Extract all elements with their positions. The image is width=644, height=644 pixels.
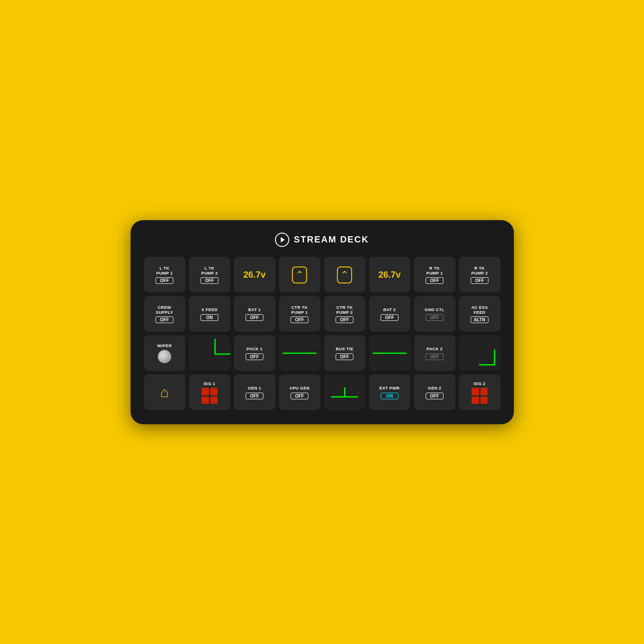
green-t-top — [344, 387, 345, 396]
btn-ac-ess-feed[interactable]: AC ESSFEED ALTN — [459, 296, 500, 332]
status-badge: OFF — [336, 316, 353, 323]
idg-pane — [201, 397, 209, 404]
btn-ctr-tk-pump-1[interactable]: CTR TKPUMP 1 OFF — [279, 296, 320, 332]
btn-voltage-left[interactable]: 26.7v — [234, 257, 275, 292]
btn-bat-2[interactable]: BAT 2 OFF — [369, 296, 410, 332]
btn-voltage-right[interactable]: 26.7v — [369, 257, 410, 292]
btn-circuit-h-left — [279, 335, 320, 371]
btn-gen-2[interactable]: GEN 2 OFF — [414, 374, 455, 410]
btn-circuit-corner-left — [189, 335, 230, 371]
btn-label: IDG 1 — [204, 381, 215, 386]
btn-label: BAT 1 — [248, 307, 261, 312]
header: STREAM DECK — [144, 233, 500, 247]
btn-label: L TKPUMP 2 — [201, 266, 218, 276]
idg-pane — [480, 388, 488, 395]
btn-label: PACK 2 — [427, 346, 443, 351]
idg-pane — [480, 397, 488, 404]
btn-label: PACK 1 — [246, 346, 263, 351]
green-corner-right-icon — [479, 349, 495, 365]
status-badge: OFF — [426, 314, 443, 321]
chevron-box-2: ⌃ — [337, 267, 352, 283]
btn-wiper[interactable]: WIPER — [144, 335, 185, 371]
btn-bat-1[interactable]: BAT 1 OFF — [234, 296, 275, 332]
btn-circuit-t — [324, 374, 365, 410]
wiper-knob[interactable] — [158, 350, 171, 363]
btn-l-tk-pump-2[interactable]: L TKPUMP 2 OFF — [189, 257, 230, 292]
chevron-up-icon-2: ⌃ — [340, 270, 349, 280]
btn-ext-pwr[interactable]: EXT PWR ON — [369, 374, 410, 410]
button-grid: L TKPUMP 1 OFF L TKPUMP 2 OFF 26.7v ⌃ ⌃ … — [144, 257, 500, 410]
btn-label: L TKPUMP 1 — [156, 266, 173, 276]
btn-crew-supply[interactable]: CREWSUPPLY OFF — [144, 296, 185, 332]
status-badge: OFF — [156, 277, 173, 284]
btn-home[interactable]: ⌂ — [144, 374, 185, 410]
green-t-cross — [331, 396, 358, 398]
btn-label: GND CTL — [425, 307, 444, 312]
streamdeck-logo — [275, 233, 289, 247]
app-title: STREAM DECK — [294, 234, 369, 245]
idg-pane — [472, 388, 479, 395]
svg-marker-1 — [281, 237, 285, 242]
btn-gen-1[interactable]: GEN 1 OFF — [234, 374, 275, 410]
status-badge: OFF — [426, 393, 443, 399]
idg-pane — [472, 397, 479, 404]
btn-circuit-h-right — [369, 335, 410, 371]
btn-label: IDG 2 — [474, 381, 485, 386]
btn-r-tk-pump-2[interactable]: R TKPUMP 2 OFF — [459, 257, 500, 292]
btn-label: EXT PWR — [379, 386, 399, 390]
status-badge: OFF — [291, 393, 308, 399]
btn-label: BUS TIE — [336, 346, 353, 351]
btn-x-feed[interactable]: X FEED ON — [189, 296, 230, 332]
btn-label: CTR TKPUMP 2 — [336, 305, 353, 315]
status-badge: ON — [201, 314, 218, 321]
home-icon: ⌂ — [160, 384, 168, 401]
btn-label: R TKPUMP 1 — [427, 266, 443, 276]
idg-pane — [210, 388, 218, 395]
chevron-box-1: ⌃ — [292, 267, 307, 283]
status-badge: OFF — [426, 277, 443, 284]
green-line-h-left-icon — [283, 353, 317, 354]
btn-ctr-tk-pump-2[interactable]: CTR TKPUMP 2 OFF — [324, 296, 365, 332]
status-badge: OFF — [381, 314, 398, 321]
btn-label: APU GEN — [289, 386, 309, 390]
btn-label: GEN 2 — [428, 386, 441, 390]
green-line-h-right-icon — [373, 353, 407, 354]
btn-gnd-ctl[interactable]: GND CTL OFF — [414, 296, 455, 332]
btn-circuit-corner-right — [459, 335, 500, 371]
status-badge: OFF — [291, 316, 308, 323]
btn-label: CREWSUPPLY — [156, 305, 173, 315]
btn-pack-1[interactable]: PACK 1 OFF — [234, 335, 275, 371]
status-badge: OFF — [471, 277, 488, 284]
status-badge: ON — [381, 393, 398, 399]
btn-label: X FEED — [201, 307, 217, 312]
idg-pane — [210, 397, 218, 404]
idg-icon-2 — [472, 388, 488, 404]
btn-label: R TKPUMP 2 — [472, 266, 488, 276]
stream-deck-panel: STREAM DECK L TKPUMP 1 OFF L TKPUMP 2 OF… — [131, 220, 514, 424]
btn-idg-2[interactable]: IDG 2 — [459, 374, 500, 410]
btn-l-tk-pump-1[interactable]: L TKPUMP 1 OFF — [144, 257, 185, 292]
idg-pane — [201, 388, 209, 395]
btn-idg-1[interactable]: IDG 1 — [189, 374, 230, 410]
btn-r-tk-pump-1[interactable]: R TKPUMP 1 OFF — [414, 257, 455, 292]
status-badge: OFF — [426, 353, 443, 360]
status-badge: OFF — [246, 393, 263, 399]
btn-chevron-up-2[interactable]: ⌃ — [324, 257, 365, 292]
btn-label: CTR TKPUMP 1 — [291, 305, 308, 315]
status-badge: ALTN — [471, 316, 488, 323]
btn-bus-tie[interactable]: BUS TIE OFF — [324, 335, 365, 371]
btn-pack-2[interactable]: PACK 2 OFF — [414, 335, 455, 371]
btn-label: AC ESSFEED — [471, 305, 488, 315]
btn-label: BAT 2 — [383, 307, 396, 312]
btn-chevron-up-1[interactable]: ⌃ — [279, 257, 320, 292]
btn-label: WIPER — [157, 343, 172, 348]
status-badge: OFF — [246, 353, 263, 360]
green-t-icon — [331, 378, 358, 407]
chevron-up-icon-1: ⌃ — [295, 270, 304, 280]
green-corner-left-icon — [214, 339, 230, 355]
btn-label: GEN 1 — [248, 386, 261, 390]
status-badge: OFF — [201, 277, 218, 284]
status-badge: OFF — [336, 353, 353, 360]
idg-icon-1 — [201, 388, 217, 404]
btn-apu-gen[interactable]: APU GEN OFF — [279, 374, 320, 410]
